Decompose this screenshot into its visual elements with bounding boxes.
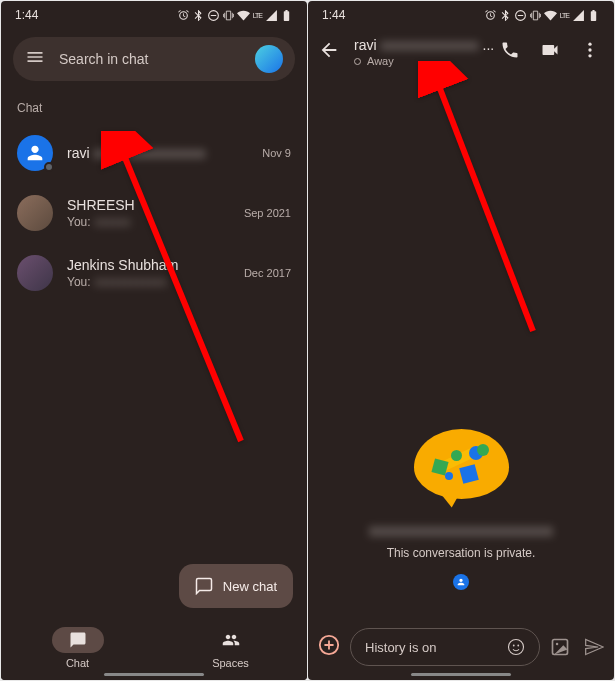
welcome-contact-name: xxxxxxxxxxxxxxxxxxxxxxx [369,522,553,540]
chat-info: SHREESH You:xxxxxx [67,197,230,229]
search-bar[interactable]: Search in chat [13,37,295,81]
account-avatar[interactable] [255,45,283,73]
avatar [17,195,53,231]
status-bar: 1:44 LTE [1,1,307,29]
battery-icon [280,9,293,22]
clock: 1:44 [15,8,38,22]
avatar [17,255,53,291]
more-options-button[interactable] [580,40,600,64]
search-placeholder: Search in chat [59,51,241,67]
message-input[interactable]: History is on [350,628,540,666]
spaces-icon [222,631,240,649]
welcome-private-message: This conversation is private. [387,546,536,560]
bottom-nav: Chat Spaces [1,616,307,680]
compose-bar: History is on [318,628,604,666]
emoji-icon[interactable] [507,638,525,656]
conversation-title[interactable]: ravixxxxxxxxxxxxxx... Away [354,37,486,67]
gesture-handle[interactable] [411,673,511,676]
chat-item-1[interactable]: SHREESH You:xxxxxx Sep 2021 [1,183,307,243]
away-status-icon [354,58,361,65]
nav-chat[interactable]: Chat [1,616,154,680]
welcome-illustration [414,429,509,504]
vibrate-icon [222,9,235,22]
menu-icon[interactable] [25,47,45,71]
voice-call-button[interactable] [500,40,520,64]
chat-info: Jenkins Shubham You:xxxxxxxxxxxx [67,257,230,289]
chat-time: Dec 2017 [244,267,291,279]
chat-icon [69,631,87,649]
status-icons: LTE [177,9,293,22]
chat-bubble-icon [195,577,213,595]
phone-conversation: 1:44 LTE ravixxxxxxxxxxxxxx... Away [308,1,614,680]
clock: 1:44 [322,8,345,22]
conversation-header: ravixxxxxxxxxxxxxx... Away [308,29,614,75]
bluetooth-icon [192,9,205,22]
dnd-icon [207,9,220,22]
status-icons: LTE [484,9,600,22]
svg-point-12 [509,640,524,655]
add-attachment-button[interactable] [318,634,340,660]
wifi-icon [237,9,250,22]
gallery-icon[interactable] [550,637,570,657]
chat-item-2[interactable]: Jenkins Shubham You:xxxxxxxxxxxx Dec 201… [1,243,307,303]
video-call-button[interactable] [540,40,560,64]
svg-point-16 [556,643,559,646]
input-placeholder: History is on [365,640,437,655]
back-button[interactable] [318,39,340,65]
send-icon[interactable] [584,637,604,657]
nav-spaces[interactable]: Spaces [154,616,307,680]
svg-point-8 [588,54,591,57]
chat-item-0[interactable]: ravixxxxxxxxxxxxxxxx Nov 9 [1,123,307,183]
chat-time: Nov 9 [262,147,291,159]
presence-indicator [44,162,54,172]
fab-label: New chat [223,579,277,594]
status-bar: 1:44 LTE [308,1,614,29]
svg-point-14 [517,645,519,647]
conversation-body: xxxxxxxxxxxxxxxxxxxxxxx This conversatio… [308,91,614,620]
chat-time: Sep 2021 [244,207,291,219]
svg-point-7 [588,48,591,51]
chat-info: ravixxxxxxxxxxxxxxxx [67,145,248,161]
gesture-handle[interactable] [104,673,204,676]
alarm-icon [177,9,190,22]
contact-avatar-small[interactable] [453,574,469,590]
phone-chat-list: 1:44 LTE Search in chat Chat ravixxxxxxx… [1,1,307,680]
svg-point-6 [588,43,591,46]
avatar [17,135,53,171]
svg-point-13 [513,645,515,647]
new-chat-fab[interactable]: New chat [179,564,293,608]
signal-icon [265,9,278,22]
section-label: Chat [1,89,307,123]
